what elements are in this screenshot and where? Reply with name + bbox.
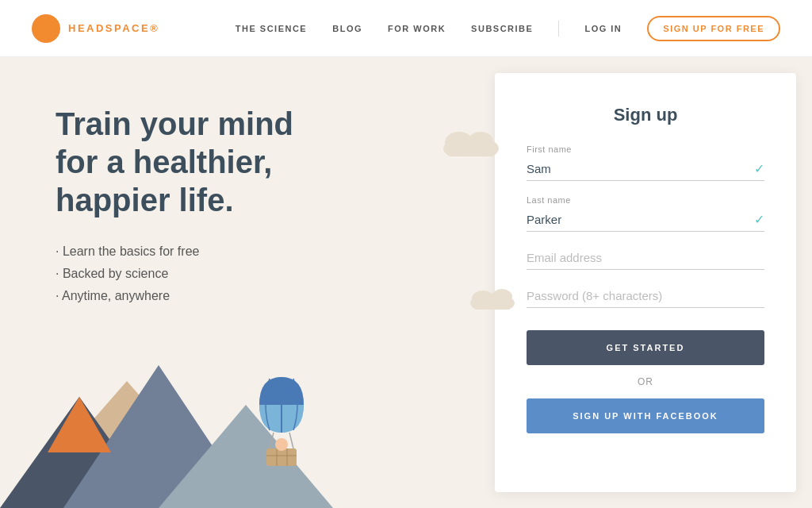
last-name-input[interactable] [527,208,764,232]
main-content: Train your mind for a healthier, happier… [0,57,812,508]
password-input[interactable] [527,284,764,308]
signup-header-button[interactable]: SIGN UP FOR FREE [647,16,780,41]
svg-point-12 [275,438,288,451]
svg-line-7 [289,433,293,448]
nav-item-science[interactable]: THE SCIENCE [236,24,307,33]
nav-item-work[interactable]: FOR WORK [388,24,446,33]
last-name-check-icon: ✓ [754,212,764,227]
hero-section: Train your mind for a healthier, happier… [0,57,495,508]
form-title: Sign up [527,105,764,125]
header: HEADSPACE® THE SCIENCE BLOG FOR WORK SUB… [0,0,812,57]
svg-rect-8 [266,448,297,466]
bullet-list: Learn the basics for free Backed by scie… [56,244,455,303]
bullet-item-2: Backed by science [56,267,455,281]
last-name-group: Last name ✓ [527,195,764,232]
first-name-label: First name [527,144,764,154]
bullet-item-3: Anytime, anywhere [56,289,455,303]
email-group [527,246,764,270]
nav-divider [558,21,559,37]
signup-form-panel: Sign up First name ✓ Last name ✓ GET STA… [495,73,796,492]
first-name-input[interactable] [527,157,764,181]
first-name-group: First name ✓ [527,144,764,181]
email-input[interactable] [527,246,764,270]
logo: HEADSPACE® [32,14,159,43]
logo-text: HEADSPACE® [68,22,159,34]
facebook-signup-button[interactable]: SIGN UP WITH FACEBOOK [527,398,764,433]
bullet-item-1: Learn the basics for free [56,244,455,259]
password-group [527,284,764,308]
main-nav: THE SCIENCE BLOG FOR WORK SUBSCRIBE LOG … [236,16,780,41]
last-name-label: Last name [527,195,764,205]
first-name-check-icon: ✓ [754,161,764,176]
nav-item-blog[interactable]: BLOG [332,24,362,33]
hero-title: Train your mind for a healthier, happier… [56,105,455,219]
illustration-svg [0,333,396,508]
login-link[interactable]: LOG IN [584,24,622,33]
get-started-button[interactable]: GET STARTED [527,330,764,365]
logo-icon [32,14,60,43]
nav-item-subscribe[interactable]: SUBSCRIBE [471,24,533,33]
or-divider: OR [527,376,764,387]
illustration [0,333,396,508]
